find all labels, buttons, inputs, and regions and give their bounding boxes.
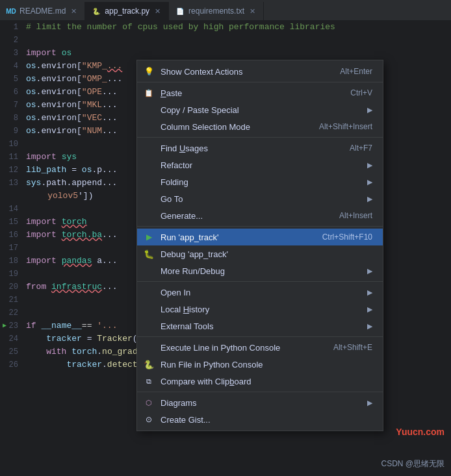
open-in-icon bbox=[144, 287, 154, 297]
line-content-26: tracker.detect() bbox=[26, 358, 148, 371]
line-content-23: if __name__== '... bbox=[26, 319, 117, 332]
menu-label-find-usages: Find Usages bbox=[161, 144, 337, 153]
menu-item-local-history[interactable]: Local History ▶ bbox=[137, 301, 383, 318]
menu-separator-5 bbox=[137, 336, 383, 337]
external-tools-icon bbox=[144, 321, 154, 331]
menu-separator-6 bbox=[137, 392, 383, 392]
menu-item-external-tools[interactable]: External Tools ▶ bbox=[137, 318, 383, 334]
tab-readme[interactable]: MD README.md ✕ bbox=[0, 2, 85, 20]
menu-item-create-gist[interactable]: ⊙ Create Gist... bbox=[137, 411, 383, 428]
line-content-4: os.environ["KMP_... bbox=[26, 60, 122, 73]
line-content-9: os.environ["NUM... bbox=[26, 125, 117, 138]
submenu-arrow-diagrams: ▶ bbox=[367, 399, 372, 407]
menu-shortcut-execute-line: Alt+Shift+E bbox=[333, 343, 372, 352]
line-content-12: lib_path = os.p... bbox=[26, 164, 117, 177]
line-content-7: os.environ["MKL... bbox=[26, 99, 117, 112]
menu-item-more-run[interactable]: More Run/Debug ▶ bbox=[137, 262, 383, 279]
run-icon: ▶ bbox=[144, 232, 154, 242]
python-icon: 🐍 bbox=[144, 359, 154, 370]
line-number-5: 5 bbox=[0, 73, 26, 86]
tab-app-track-close[interactable]: ✕ bbox=[153, 7, 162, 16]
line-number-11: 11 bbox=[0, 151, 26, 164]
line-content-11: import sys bbox=[26, 151, 77, 164]
menu-item-find-usages[interactable]: Find Usages Alt+F7 bbox=[137, 140, 383, 157]
line-number-21: 21 bbox=[0, 294, 26, 307]
line-number-8: 8 bbox=[0, 112, 26, 125]
menu-item-run-file-python[interactable]: 🐍 Run File in Python Console bbox=[137, 356, 383, 373]
menu-separator-1 bbox=[137, 82, 383, 82]
generate-icon bbox=[144, 210, 154, 221]
line-number-20: 20 bbox=[0, 281, 26, 294]
md-file-icon: MD bbox=[6, 6, 16, 16]
menu-item-go-to[interactable]: Go To ▶ bbox=[137, 190, 383, 207]
line-number-26: 26 bbox=[0, 358, 26, 371]
line-content-8: os.environ["VEC... bbox=[26, 112, 117, 125]
line-number-15: 15 bbox=[0, 216, 26, 229]
menu-label-folding: Folding bbox=[161, 177, 362, 187]
folding-icon bbox=[144, 177, 154, 187]
menu-label-compare-clipboard: Compare with Clipboard bbox=[161, 377, 372, 386]
line-content-1: # limit the number of cpus used by high … bbox=[26, 21, 335, 34]
line-number-9: 9 bbox=[0, 125, 26, 138]
line-content-13: sys.path.append... yolov5']) bbox=[26, 177, 117, 203]
code-line-1: 1 # limit the number of cpus used by hig… bbox=[0, 21, 451, 34]
column-icon bbox=[144, 121, 154, 132]
menu-item-show-context[interactable]: 💡 Show Context Actions Alt+Enter bbox=[137, 63, 383, 80]
line-number-4: 4 bbox=[0, 60, 26, 73]
tab-readme-close[interactable]: ✕ bbox=[70, 7, 78, 16]
menu-item-execute-line[interactable]: Execute Line in Python Console Alt+Shift… bbox=[137, 339, 383, 356]
submenu-arrow-external-tools: ▶ bbox=[367, 322, 372, 331]
menu-item-paste[interactable]: 📋 Paste Ctrl+V bbox=[137, 84, 383, 101]
menu-item-generate[interactable]: Generate... Alt+Insert bbox=[137, 207, 383, 224]
submenu-arrow-more-run: ▶ bbox=[367, 267, 372, 275]
tab-bar: MD README.md ✕ 🐍 app_track.py ✕ 📄 requir… bbox=[0, 0, 451, 21]
menu-separator-4 bbox=[137, 281, 383, 282]
paste-icon: 📋 bbox=[144, 88, 154, 98]
line-number-19: 19 bbox=[0, 268, 26, 281]
line-number-2: 2 bbox=[0, 34, 26, 47]
tab-requirements-label: requirements.txt bbox=[188, 6, 244, 16]
menu-shortcut-show-context: Alt+Enter bbox=[340, 67, 372, 76]
line-content-25: with torch.no_grad(): bbox=[26, 345, 153, 358]
line-number-1: 1 bbox=[0, 21, 26, 34]
line-number-14: 14 bbox=[0, 203, 26, 216]
menu-label-more-run: More Run/Debug bbox=[161, 266, 362, 276]
code-line-3: 3 import os bbox=[0, 47, 451, 60]
menu-label-show-context: Show Context Actions bbox=[161, 67, 327, 77]
submenu-arrow-goto: ▶ bbox=[367, 195, 372, 203]
diagrams-icon: ⬡ bbox=[144, 397, 154, 408]
line-content-18: import pandas a... bbox=[26, 255, 117, 268]
menu-label-local-history: Local History bbox=[161, 305, 362, 314]
submenu-arrow-local-history: ▶ bbox=[367, 305, 372, 314]
menu-item-compare-clipboard[interactable]: ⧉ Compare with Clipboard bbox=[137, 373, 383, 390]
menu-shortcut-find-usages: Alt+F7 bbox=[350, 144, 372, 153]
menu-item-diagrams[interactable]: ⬡ Diagrams ▶ bbox=[137, 394, 383, 411]
line-content-6: os.environ["OPE... bbox=[26, 86, 117, 99]
menu-item-open-in[interactable]: Open In ▶ bbox=[137, 284, 383, 301]
menu-item-run[interactable]: ▶ Run 'app_track' Ctrl+Shift+F10 bbox=[137, 229, 383, 245]
menu-item-folding[interactable]: Folding ▶ bbox=[137, 173, 383, 190]
line-number-22: 22 bbox=[0, 307, 26, 319]
tab-requirements-close[interactable]: ✕ bbox=[248, 7, 257, 16]
menu-item-refactor[interactable]: Refactor ▶ bbox=[137, 157, 383, 173]
menu-label-paste: Paste bbox=[161, 88, 337, 98]
code-editor[interactable]: 1 # limit the number of cpus used by hig… bbox=[0, 21, 451, 476]
txt-file-icon: 📄 bbox=[175, 6, 185, 16]
tab-app-track[interactable]: 🐍 app_track.py ✕ bbox=[85, 2, 169, 20]
line-number-7: 7 bbox=[0, 99, 26, 112]
menu-item-debug[interactable]: 🐛 Debug 'app_track' bbox=[137, 245, 383, 262]
line-content-20: from infrastruc... bbox=[26, 281, 117, 294]
line-content-5: os.environ["OMP_... bbox=[26, 73, 122, 86]
py-file-icon: 🐍 bbox=[92, 6, 101, 16]
submenu-arrow-folding: ▶ bbox=[367, 178, 372, 186]
copy-paste-icon bbox=[144, 105, 154, 115]
menu-label-generate: Generate... bbox=[161, 211, 326, 221]
refactor-icon bbox=[144, 160, 154, 170]
menu-item-copy-paste-special[interactable]: Copy / Paste Special ▶ bbox=[137, 101, 383, 118]
menu-label-run-file-python: Run File in Python Console bbox=[161, 360, 372, 370]
submenu-arrow-open-in: ▶ bbox=[367, 288, 372, 297]
menu-item-column-selection[interactable]: Column Selection Mode Alt+Shift+Insert bbox=[137, 118, 383, 135]
line-number-3: 3 bbox=[0, 47, 26, 60]
tab-requirements[interactable]: 📄 requirements.txt ✕ bbox=[169, 2, 264, 20]
line-number-25: 25 bbox=[0, 345, 26, 358]
